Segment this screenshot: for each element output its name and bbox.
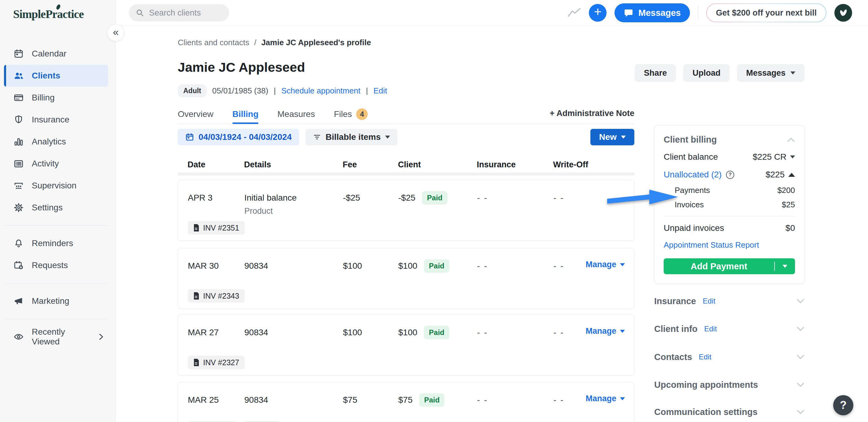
tab-files[interactable]: Files 4 xyxy=(334,108,368,120)
add-payment-button[interactable]: Add Payment xyxy=(664,258,795,274)
messages-button[interactable]: Messages xyxy=(615,3,690,22)
billing-icon xyxy=(13,93,24,103)
payments-row: Payments $200 xyxy=(664,186,795,195)
invoice-chip[interactable]: INV #2327 xyxy=(188,356,245,369)
invoice-chip-label: INV #2351 xyxy=(203,224,239,232)
section-communication-settings[interactable]: Communication settings xyxy=(654,403,804,421)
messages-dropdown-label: Messages xyxy=(746,68,785,78)
cell-fee: $100 xyxy=(343,261,362,271)
eye-icon xyxy=(13,332,24,342)
tab-overview[interactable]: Overview xyxy=(178,109,214,119)
appointment-status-report-link[interactable]: Appointment Status Report xyxy=(664,240,795,250)
bell-icon xyxy=(13,238,24,249)
sidebar-item-requests[interactable]: Requests xyxy=(0,254,116,277)
column-header-writeoff: Write-Off xyxy=(553,160,588,169)
cell-writeoff: - - xyxy=(553,261,564,271)
messages-dropdown-button[interactable]: Messages xyxy=(737,64,804,82)
document-icon xyxy=(193,292,199,300)
sidebar-item-recently-viewed[interactable]: Recently Viewed xyxy=(0,326,116,348)
client-billing-header[interactable]: Client billing xyxy=(664,135,795,145)
billable-items-filter[interactable]: Billable items xyxy=(305,129,397,145)
sidebar-item-activity[interactable]: Activity xyxy=(0,153,116,175)
sidebar-item-billing[interactable]: Billing xyxy=(0,87,116,109)
manage-dropdown[interactable]: Manage xyxy=(586,394,625,403)
share-button[interactable]: Share xyxy=(635,64,676,82)
client-subheader: Adult 05/01/1985 (38) | Schedule appoint… xyxy=(178,84,387,97)
invoice-chip[interactable]: INV #2351 xyxy=(188,221,245,234)
schedule-appointment-link[interactable]: Schedule appointment xyxy=(281,86,361,96)
client-info-edit-link[interactable]: Edit xyxy=(704,325,717,333)
caret-down-icon xyxy=(620,397,625,400)
client-balance-amount: $225 CR xyxy=(752,152,786,162)
top-bar-divider xyxy=(698,6,698,20)
table-row[interactable]: APR 3 Initial balance Product -$25 -$25 … xyxy=(178,180,634,241)
calendar-icon xyxy=(185,132,194,142)
invoice-chip[interactable]: INV #2343 xyxy=(188,289,245,302)
section-client-info[interactable]: Client info Edit xyxy=(654,320,804,338)
document-icon xyxy=(193,224,199,232)
tab-billing[interactable]: Billing xyxy=(232,109,259,119)
breadcrumb: Clients and contacts / Jamie JC Applesee… xyxy=(178,38,371,47)
add-payment-dropdown[interactable] xyxy=(775,265,795,268)
client-dob: 05/01/1985 (38) xyxy=(212,86,269,96)
sidebar-collapse-button[interactable]: « xyxy=(107,24,124,41)
contacts-edit-link[interactable]: Edit xyxy=(699,353,711,361)
create-new-button[interactable]: + xyxy=(589,4,607,22)
breadcrumb-clients-link[interactable]: Clients and contacts xyxy=(178,38,249,47)
share-button-label: Share xyxy=(644,68,667,78)
cell-details-sub: Product xyxy=(244,206,273,216)
megaphone-icon xyxy=(13,296,24,306)
tab-measures[interactable]: Measures xyxy=(277,109,315,119)
sidebar-item-marketing[interactable]: Marketing xyxy=(0,290,116,312)
sidebar-item-label: Analytics xyxy=(32,137,66,147)
trending-icon[interactable] xyxy=(567,8,581,18)
sidebar-item-calendar[interactable]: Calendar xyxy=(0,43,116,65)
chevron-up-icon[interactable] xyxy=(787,137,795,142)
help-button[interactable]: ? xyxy=(833,395,853,415)
new-button-label: New xyxy=(599,132,617,142)
sidebar-item-reminders[interactable]: Reminders xyxy=(0,232,116,254)
search-input[interactable] xyxy=(149,8,223,18)
manage-dropdown[interactable]: Manage xyxy=(586,326,625,336)
table-row[interactable]: MAR 30 90834 $100 $100 Paid - - - - Mana… xyxy=(178,248,634,309)
unpaid-invoices-label: Unpaid invoices xyxy=(664,223,724,233)
paid-status-badge: Paid xyxy=(422,191,447,204)
promo-button[interactable]: Get $200 off your next bill xyxy=(706,3,827,22)
search-bar[interactable] xyxy=(129,4,229,21)
cell-details: Initial balance xyxy=(244,193,297,203)
sidebar-item-analytics[interactable]: Analytics xyxy=(0,131,116,153)
chevron-down-icon xyxy=(797,410,804,414)
cell-details: 90834 xyxy=(244,395,268,405)
manage-dropdown[interactable]: Manage xyxy=(586,260,625,269)
administrative-note-button[interactable]: + Administrative Note xyxy=(550,109,634,118)
section-upcoming-appointments[interactable]: Upcoming appointments xyxy=(654,376,804,394)
edit-client-link[interactable]: Edit xyxy=(374,86,387,96)
date-range-picker[interactable]: 04/03/1924 - 04/03/2024 xyxy=(178,129,299,145)
unallocated-row: Unallocated (2) ? $225 xyxy=(664,170,795,180)
sidebar-item-clients[interactable]: Clients xyxy=(4,65,108,87)
new-button[interactable]: New xyxy=(590,129,634,145)
unallocated-link[interactable]: Unallocated (2) xyxy=(664,170,722,180)
sidebar-item-settings[interactable]: Settings xyxy=(0,197,116,219)
section-contacts[interactable]: Contacts Edit xyxy=(654,348,804,366)
client-billing-title: Client billing xyxy=(664,135,717,145)
section-insurance[interactable]: Insurance Edit xyxy=(654,292,804,310)
table-row[interactable]: MAR 25 90834 $75 $75 Paid - - - - Manage xyxy=(178,382,634,422)
sidebar-item-supervision[interactable]: Supervision xyxy=(0,175,116,197)
brand-logo-text: SimplePractice xyxy=(13,8,84,21)
sidebar-item-insurance[interactable]: Insurance xyxy=(0,109,116,131)
help-circle-icon[interactable]: ? xyxy=(726,171,734,179)
section-title: Contacts xyxy=(654,352,692,362)
help-button-label: ? xyxy=(840,399,847,412)
top-bar: + Messages Get $200 off your next bill xyxy=(116,0,868,26)
cell-details: 90834 xyxy=(244,261,268,271)
insurance-edit-link[interactable]: Edit xyxy=(703,297,715,305)
client-balance-value[interactable]: $225 CR xyxy=(752,152,795,162)
upload-button[interactable]: Upload xyxy=(683,64,730,82)
table-row[interactable]: MAR 27 90834 $100 $100 Paid - - - - Mana… xyxy=(178,315,634,376)
account-avatar[interactable] xyxy=(834,4,852,22)
brand-logo[interactable]: SimplePractice xyxy=(13,7,84,21)
column-header-client: Client xyxy=(398,160,421,169)
unallocated-value[interactable]: $225 xyxy=(766,170,795,180)
unpaid-invoices-row: Unpaid invoices $0 xyxy=(664,223,795,233)
